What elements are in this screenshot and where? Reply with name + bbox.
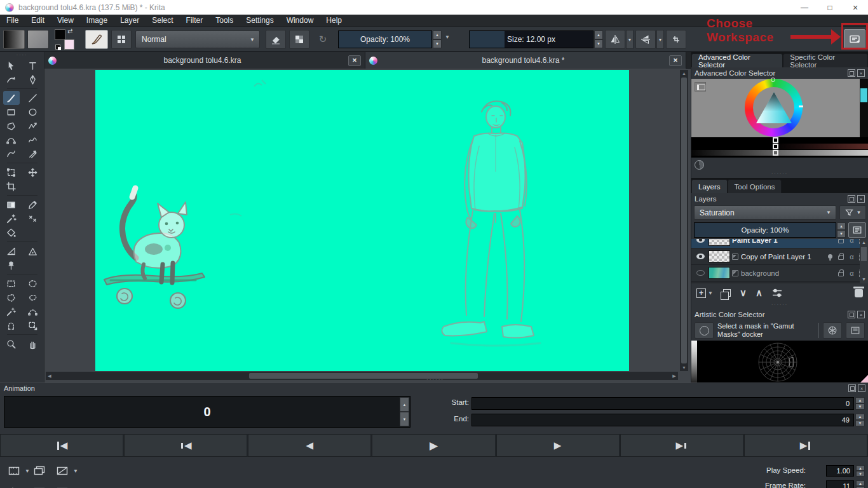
bulb-icon[interactable] — [825, 254, 836, 259]
play-speed-spinner[interactable]: ▲▼ — [856, 465, 865, 477]
visibility-eye-icon[interactable] — [694, 239, 707, 243]
docker-splitter[interactable]: ······ — [691, 302, 868, 309]
layer-filter-button[interactable]: ▼ — [839, 205, 866, 220]
elliptical-selection-tool-icon[interactable] — [25, 276, 41, 290]
swap-colors-icon[interactable]: ⇄ — [67, 27, 72, 34]
alpha-lock-icon[interactable]: α — [846, 253, 857, 261]
magnetic-selection-tool-icon[interactable] — [3, 318, 20, 332]
end-spinner[interactable]: ▲▼ — [855, 414, 865, 426]
scroll-down-icon[interactable]: ▼ — [860, 276, 868, 283]
scroll-right-icon[interactable]: ▶ — [670, 372, 678, 380]
previous-keyframe-button[interactable]: ◀ — [124, 434, 248, 457]
layer-properties-button[interactable] — [771, 287, 783, 299]
ellipse-tool-icon[interactable] — [25, 105, 41, 119]
background-color-swatch[interactable] — [64, 39, 74, 50]
menu-image[interactable]: Image — [80, 15, 114, 26]
crop-tool-icon[interactable] — [3, 179, 20, 193]
gradient-tool-icon[interactable] — [3, 198, 20, 212]
frame-rate-spinner[interactable]: ▲▼ — [856, 480, 865, 488]
menu-tools[interactable]: Tools — [209, 15, 240, 26]
reset-colors-icon[interactable] — [55, 44, 60, 50]
alpha-lock-icon[interactable]: α — [846, 239, 857, 244]
next-keyframe-button[interactable]: ▶ — [620, 434, 744, 457]
delete-layer-button[interactable] — [855, 289, 863, 297]
horizontal-scrollbar[interactable]: ◀ ▶ — [46, 372, 678, 380]
multibrush-tool-icon[interactable] — [25, 147, 41, 161]
shade-bar-2[interactable] — [691, 144, 868, 149]
brush-size-slider[interactable]: Size: 12.00 px — [469, 30, 593, 48]
menu-window[interactable]: Window — [280, 15, 320, 26]
assistants-tool-icon[interactable] — [25, 244, 41, 258]
tab-layers[interactable]: Layers — [691, 179, 728, 193]
measure-tool-icon[interactable] — [3, 244, 20, 258]
calligraphy-tool-icon[interactable] — [25, 72, 41, 86]
blending-mode-dropdown[interactable]: Normal ▼ — [135, 30, 260, 48]
tab-specific-color-selector[interactable]: Specific Color Selector — [783, 53, 868, 67]
artistic-color-wheel[interactable] — [691, 341, 868, 384]
selector-options-button[interactable] — [846, 322, 865, 339]
menu-file[interactable]: File — [0, 15, 25, 26]
visibility-eye-icon[interactable] — [694, 254, 707, 259]
lock-icon[interactable] — [836, 253, 846, 260]
lock-icon[interactable] — [836, 269, 846, 276]
reference-images-tool-icon[interactable] — [3, 258, 20, 272]
play-speed-field[interactable]: 1.00 — [826, 465, 854, 477]
menu-filter[interactable]: Filter — [180, 15, 210, 26]
bezier-selection-tool-icon[interactable] — [25, 304, 41, 318]
canvas[interactable] — [95, 70, 629, 371]
polygon-tool-icon[interactable] — [3, 119, 20, 133]
vertical-scrollbar[interactable]: ▲ ▼ — [680, 70, 688, 371]
layer-thumbnail[interactable] — [709, 239, 730, 246]
menu-settings[interactable]: Settings — [240, 15, 280, 26]
pan-tool-icon[interactable] — [25, 337, 41, 351]
mirror-vertical-options-caret-icon[interactable]: ▼ — [656, 30, 664, 49]
bezier-curve-tool-icon[interactable] — [3, 133, 20, 147]
menu-edit[interactable]: Edit — [25, 15, 51, 26]
clipped-toolbar-icon-2[interactable] — [53, 484, 71, 488]
layer-blending-mode-dropdown[interactable]: Saturation ▼ — [694, 205, 836, 220]
select-shapes-tool-icon[interactable] — [3, 58, 20, 72]
float-docker-icon[interactable] — [848, 69, 855, 77]
scroll-left-icon[interactable]: ◀ — [46, 372, 53, 380]
move-tool-icon[interactable] — [25, 165, 41, 179]
maximize-button[interactable]: □ — [817, 0, 843, 15]
fill-tool-icon[interactable] — [3, 226, 20, 240]
frame-spinner[interactable]: ▲▼ — [400, 397, 409, 426]
color-sampler-tool-icon[interactable] — [25, 198, 41, 212]
mirror-horizontal-button[interactable] — [605, 30, 625, 49]
rectangle-tool-icon[interactable] — [3, 105, 20, 119]
close-tab-icon[interactable]: ✕ — [348, 55, 361, 66]
end-field[interactable]: 49 — [471, 414, 854, 426]
menu-layer[interactable]: Layer — [114, 15, 146, 26]
scroll-up-icon[interactable]: ▲ — [680, 70, 688, 77]
layer-opacity-spinner[interactable]: ▲▼ — [837, 222, 846, 238]
onion-skin-button[interactable] — [5, 484, 23, 488]
delete-frame-button[interactable] — [53, 463, 71, 478]
mirror-vertical-button[interactable] — [635, 30, 656, 49]
polygonal-selection-tool-icon[interactable] — [3, 290, 20, 304]
edit-shapes-tool-icon[interactable] — [3, 72, 20, 86]
add-frame-options-caret-icon[interactable]: ▼ — [25, 468, 30, 474]
smart-patch-tool-icon[interactable] — [25, 212, 41, 226]
color-history-button[interactable] — [695, 160, 704, 170]
lock-icon[interactable] — [836, 239, 846, 243]
vertical-scroll-handle[interactable] — [681, 78, 687, 363]
brush-size-spinner[interactable]: ▲▼ — [594, 30, 603, 48]
freehand-selection-tool-icon[interactable] — [25, 290, 41, 304]
canvas-animation-splitter[interactable]: ······ — [407, 378, 464, 382]
float-docker-icon[interactable] — [848, 384, 856, 392]
similar-color-selection-tool-icon[interactable] — [25, 318, 41, 332]
gamut-mask-toggle-button[interactable] — [695, 322, 714, 339]
transform-tool-icon[interactable] — [3, 165, 20, 179]
close-docker-icon[interactable]: × — [857, 69, 865, 77]
previous-frame-button[interactable]: ◀ — [248, 434, 372, 457]
layer-list-scrollbar[interactable]: ▲ ▼ — [860, 239, 868, 283]
preserve-alpha-button[interactable] — [289, 30, 309, 49]
layer-row-paint-layer-1[interactable]: Paint Layer 1 α — [691, 239, 868, 248]
document-tab-2[interactable]: background tolu4.6.kra * ✕ — [365, 52, 686, 69]
skip-to-start-button[interactable]: ◀ — [0, 434, 124, 457]
close-docker-icon[interactable]: × — [857, 311, 865, 318]
add-layer-button[interactable]: +▼ — [696, 288, 713, 298]
visibility-eye-icon[interactable] — [694, 270, 707, 276]
foreground-color-swatch[interactable] — [55, 29, 65, 40]
